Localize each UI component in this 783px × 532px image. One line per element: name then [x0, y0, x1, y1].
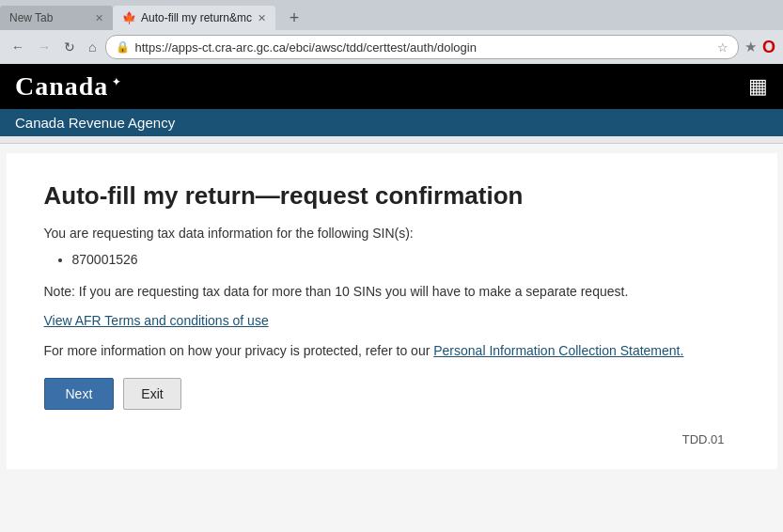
grid-icon[interactable]: ▦	[748, 74, 768, 99]
canada-header: Canada ✦ ▦	[0, 64, 783, 109]
browser-chrome: New Tab ✕ 🍁 Auto-fill my return&mc ✕ + ←…	[0, 0, 783, 64]
url-right-icons: ☆	[717, 40, 728, 55]
tab-afr-title: Auto-fill my return&mc	[141, 11, 252, 24]
tab-afr-close[interactable]: ✕	[258, 12, 266, 24]
lock-icon: 🔒	[116, 40, 130, 54]
cra-title: Canada Revenue Agency	[15, 115, 175, 131]
tab-afr-favicon: 🍁	[122, 11, 136, 24]
reload-button[interactable]: ↻	[60, 38, 79, 56]
tab-bar: New Tab ✕ 🍁 Auto-fill my return&mc ✕ +	[0, 0, 783, 30]
tab-new-tab-title: New Tab	[9, 11, 89, 24]
page-wrapper: Canada ✦ ▦ Canada Revenue Agency Auto-fi…	[0, 64, 783, 532]
sin-list: 870001526	[72, 250, 740, 269]
cra-bar: Canada Revenue Agency	[0, 109, 783, 136]
page-title: Auto-fill my return—request confirmation	[44, 181, 740, 211]
button-row: Next Exit	[44, 378, 740, 410]
note-text: Note: If you are requesting tax data for…	[44, 282, 740, 302]
privacy-link[interactable]: Personal Information Collection Statemen…	[433, 343, 683, 358]
tab-new-tab[interactable]: New Tab ✕	[0, 6, 113, 30]
exit-button[interactable]: Exit	[123, 378, 180, 410]
next-button[interactable]: Next	[44, 378, 115, 410]
url-box[interactable]: 🔒 https://apps-ct.cra-arc.gc.ca/ebci/aws…	[105, 35, 739, 59]
afr-terms-link[interactable]: View AFR Terms and conditions of use	[44, 313, 269, 328]
star-icon[interactable]: ☆	[717, 40, 728, 55]
tab-new-tab-close[interactable]: ✕	[95, 12, 103, 24]
description-text: You are requesting tax data information …	[44, 226, 740, 241]
forward-button[interactable]: →	[34, 38, 55, 56]
canada-logo: Canada ✦	[15, 71, 125, 102]
tab-afr[interactable]: 🍁 Auto-fill my return&mc ✕	[113, 6, 275, 30]
afr-link-para: View AFR Terms and conditions of use	[44, 313, 740, 328]
scroll-hint	[0, 136, 783, 144]
sin-item: 870001526	[72, 250, 740, 269]
menu-icon[interactable]: O	[762, 38, 775, 57]
back-button[interactable]: ←	[8, 38, 28, 56]
privacy-text: For more information on how your privacy…	[44, 341, 740, 361]
bookmark-icon[interactable]: ★	[744, 39, 757, 55]
main-content: Auto-fill my return—request confirmation…	[7, 153, 777, 469]
new-tab-button[interactable]: +	[279, 6, 309, 30]
content-area: Auto-fill my return—request confirmation…	[0, 136, 783, 532]
address-bar: ← → ↻ ⌂ 🔒 https://apps-ct.cra-arc.gc.ca/…	[0, 30, 783, 64]
privacy-prefix: For more information on how your privacy…	[44, 343, 434, 358]
url-text: https://apps-ct.cra-arc.gc.ca/ebci/awsc/…	[134, 40, 717, 55]
home-button[interactable]: ⌂	[85, 38, 100, 56]
tdd-code: TDD.01	[44, 429, 740, 450]
